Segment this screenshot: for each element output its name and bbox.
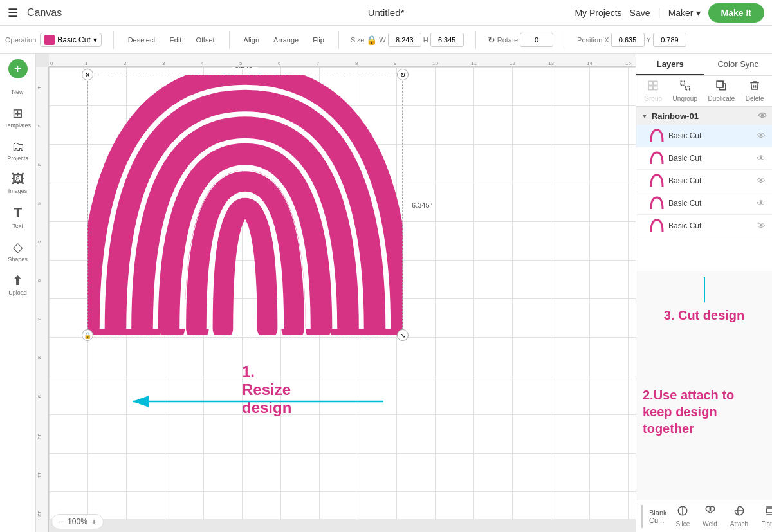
lock-icon[interactable]: 🔒 <box>366 35 377 45</box>
sidebar-item-upload[interactable]: ⬆ Upload <box>2 269 34 300</box>
left-sidebar: + New ⊞ Templates 🗂 Projects 🖼 Images T … <box>0 54 36 532</box>
sidebar-templates-label: Templates <box>5 122 31 129</box>
layer-group-eye-icon[interactable]: 👁 <box>758 111 767 121</box>
instruction-step3: 3. Cut design <box>643 307 766 324</box>
svg-rect-17 <box>767 509 772 513</box>
blank-cut-preview <box>641 505 643 528</box>
selection-box <box>87 75 403 335</box>
zoom-bar: − 100% + <box>51 514 104 529</box>
make-it-button[interactable]: Make It <box>708 3 764 23</box>
sidebar-item-projects[interactable]: 🗂 Projects <box>2 135 34 165</box>
canvas-area[interactable]: 0 1 2 3 4 5 6 7 8 9 10 11 12 13 14 15 1 … <box>36 54 636 532</box>
zoom-in-button[interactable]: + <box>91 517 96 527</box>
attach-action[interactable]: Attach <box>724 502 755 530</box>
svg-rect-5 <box>654 86 657 90</box>
x-input[interactable] <box>611 33 645 47</box>
layer-item-1[interactable]: Basic Cut 👁 <box>636 147 772 170</box>
templates-icon: ⊞ <box>12 105 23 121</box>
ungroup-action[interactable]: Ungroup <box>673 80 697 102</box>
layer-eye-2[interactable]: 👁 <box>757 176 766 186</box>
images-icon: 🖼 <box>12 172 24 187</box>
svg-rect-2 <box>648 81 652 85</box>
zoom-out-button[interactable]: − <box>59 517 64 527</box>
sidebar-upload-label: Upload <box>8 289 27 296</box>
layer-item-0[interactable]: Basic Cut 👁 <box>636 125 772 147</box>
toolbar-separator-4 <box>475 31 476 49</box>
delete-action[interactable]: Delete <box>746 80 764 102</box>
sidebar-item-templates[interactable]: ⊞ Templates <box>2 102 34 133</box>
layer-thumb-0 <box>649 128 665 143</box>
y-input[interactable] <box>653 33 686 47</box>
panel-tabs: Layers Color Sync <box>636 54 772 76</box>
sidebar-item-new[interactable]: New <box>2 84 34 99</box>
align-button[interactable]: Align <box>241 35 262 45</box>
layer-thumb-1 <box>649 151 665 166</box>
hamburger-icon[interactable]: ☰ <box>8 6 18 20</box>
document-title: Untitled* <box>368 7 405 18</box>
flip-button[interactable]: Flip <box>310 35 327 45</box>
layer-item-3[interactable]: Basic Cut 👁 <box>636 192 772 215</box>
layer-eye-1[interactable]: 👁 <box>757 153 766 163</box>
size-label: Size <box>351 36 364 44</box>
attach-label: Attach <box>730 520 748 527</box>
step2-area: 2.Use attach to keep design together <box>636 324 772 500</box>
layer-thumb-4 <box>649 218 665 234</box>
canvas-grid[interactable]: ✕ ↻ 🔒 ⤡ 8.243° 6.345° <box>49 67 636 519</box>
duplicate-action[interactable]: Duplicate <box>708 80 735 102</box>
right-panel: Layers Color Sync Group <box>636 54 772 532</box>
operation-select[interactable]: Basic Cut ▾ <box>40 33 101 47</box>
handle-bl[interactable]: 🔒 <box>82 329 93 341</box>
dimension-label-horizontal: 8.243° <box>232 67 258 69</box>
my-projects-link[interactable]: My Projects <box>574 8 621 18</box>
deselect-button[interactable]: Deselect <box>125 35 158 45</box>
text-icon: T <box>14 205 22 221</box>
sidebar-item-images[interactable]: 🖼 Images <box>2 168 34 198</box>
sidebar-item-shapes[interactable]: ◇ Shapes <box>2 235 34 266</box>
layer-name-3: Basic Cut <box>668 199 753 208</box>
size-group: Size 🔒 W H <box>351 33 464 47</box>
layer-eye-0[interactable]: 👁 <box>757 131 766 141</box>
flatten-label: Flatten <box>761 520 772 527</box>
height-input[interactable] <box>430 33 464 47</box>
rotate-input[interactable] <box>520 33 553 47</box>
position-label: Position <box>577 36 602 44</box>
handle-tr[interactable]: ↻ <box>397 69 409 80</box>
rotate-group: ↻ Rotate <box>488 33 553 47</box>
layer-thumb-2 <box>649 173 665 188</box>
slice-action[interactable]: Slice <box>670 502 697 530</box>
chevron-down-icon: ▾ <box>696 8 701 18</box>
tab-layers[interactable]: Layers <box>636 54 704 75</box>
upload-icon: ⬆ <box>12 273 23 288</box>
ruler-horizontal: 0 1 2 3 4 5 6 7 8 9 10 11 12 13 14 15 <box>49 54 636 67</box>
group-icon <box>647 80 659 94</box>
height-label: H <box>423 36 428 44</box>
new-button[interactable]: + <box>8 59 28 78</box>
resize-arrow <box>126 392 486 411</box>
handle-br[interactable]: ⤡ <box>397 329 409 341</box>
arrange-button[interactable]: Arrange <box>271 35 301 45</box>
layer-eye-3[interactable]: 👁 <box>757 198 766 208</box>
design-wrapper[interactable]: ✕ ↻ 🔒 ⤡ 8.243° 6.345° <box>87 75 403 335</box>
width-input[interactable] <box>388 33 421 47</box>
tab-color-sync[interactable]: Color Sync <box>704 54 773 75</box>
bottom-actions: Slice Weld <box>670 502 772 530</box>
flatten-icon <box>765 505 772 519</box>
y-label: Y <box>647 36 651 44</box>
width-label: W <box>379 36 385 44</box>
layer-item-2[interactable]: Basic Cut 👁 <box>636 170 772 192</box>
main-layout: + New ⊞ Templates 🗂 Projects 🖼 Images T … <box>0 54 772 532</box>
save-button[interactable]: Save <box>630 8 650 18</box>
layer-group-rainbow[interactable]: ▼ Rainbow-01 👁 <box>636 107 772 125</box>
offset-button[interactable]: Offset <box>193 35 217 45</box>
nav-divider: | <box>657 7 660 19</box>
maker-dropdown[interactable]: Maker ▾ <box>668 8 701 18</box>
handle-tl[interactable]: ✕ <box>82 69 93 80</box>
edit-button[interactable]: Edit <box>167 35 184 45</box>
group-action[interactable]: Group <box>644 80 662 102</box>
weld-action[interactable]: Weld <box>696 502 724 530</box>
sidebar-item-text[interactable]: T Text <box>2 201 34 233</box>
layer-eye-4[interactable]: 👁 <box>757 221 766 231</box>
blank-cut-label: Blank Cu... <box>649 509 667 524</box>
layer-item-4[interactable]: Basic Cut 👁 <box>636 215 772 237</box>
flatten-action[interactable]: Flatten <box>755 502 772 530</box>
